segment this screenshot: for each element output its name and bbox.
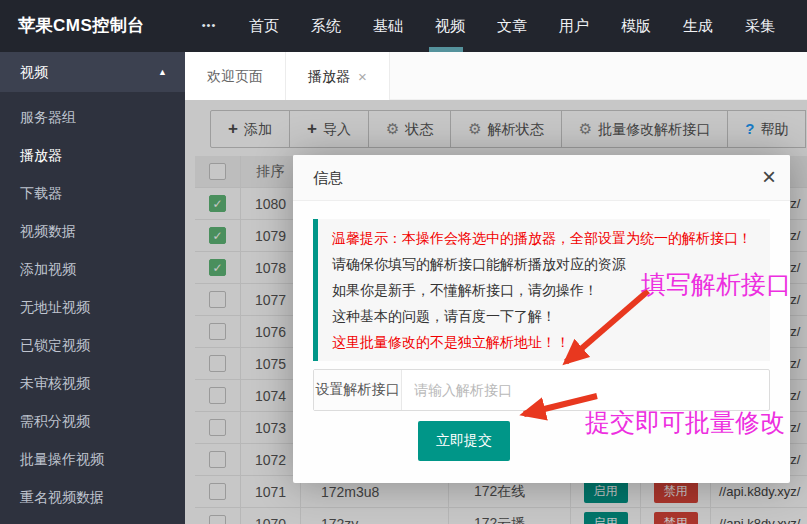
app-brand: 苹果CMS控制台 [0,0,185,52]
main-menu: 首页 系统 基础 视频 文章 用户 模版 生成 采集 [233,0,791,52]
warning-alert: 温馨提示：本操作会将选中的播放器，全部设置为统一的解析接口！ 请确保你填写的解析… [313,219,770,361]
nav-item-system[interactable]: 系统 [295,0,357,52]
parse-api-form-row: 设置解析接口 [313,369,770,411]
alert-line: 这种基本的问题，请百度一下了解！ [332,303,756,329]
modal-title: 信息 [293,155,790,201]
info-modal: 信息 × 温馨提示：本操作会将选中的播放器，全部设置为统一的解析接口！ 请确保你… [293,155,790,483]
sidebar-item-server-group[interactable]: 服务器组 [0,98,185,136]
sidebar-item-batch-video[interactable]: 批量操作视频 [0,440,185,478]
sidebar-item-points-video[interactable]: 需积分视频 [0,402,185,440]
alert-line: 这里批量修改的不是独立解析地址！！ [332,329,756,355]
sidebar-item-add-video[interactable]: 添加视频 [0,250,185,288]
sidebar-item-no-address-video[interactable]: 无地址视频 [0,288,185,326]
tab-bar: 欢迎页面 播放器 × [185,52,807,100]
nav-item-template[interactable]: 模版 [605,0,667,52]
close-icon[interactable]: × [762,163,776,192]
alert-line: 如果你是新手，不懂解析接口，请勿操作！ [332,277,756,303]
alert-line: 请确保你填写的解析接口能解析播放对应的资源 [332,251,756,277]
sidebar-item-downloader[interactable]: 下载器 [0,174,185,212]
nav-item-basic[interactable]: 基础 [357,0,419,52]
parse-api-label: 设置解析接口 [314,370,402,410]
top-navbar: 苹果CMS控制台 ••• 首页 系统 基础 视频 文章 用户 模版 生成 采集 [0,0,807,52]
nav-item-collect[interactable]: 采集 [729,0,791,52]
submit-button[interactable]: 立即提交 [418,421,510,461]
alert-line: 温馨提示：本操作会将选中的播放器，全部设置为统一的解析接口！ [332,225,756,251]
sidebar-item-video-data[interactable]: 视频数据 [0,212,185,250]
sidebar-section-title: 视频 [20,64,48,80]
sidebar-item-player[interactable]: 播放器 [0,136,185,174]
nav-item-video[interactable]: 视频 [419,0,481,52]
nav-item-home[interactable]: 首页 [233,0,295,52]
nav-item-article[interactable]: 文章 [481,0,543,52]
tab-welcome[interactable]: 欢迎页面 [185,52,286,100]
sidebar-item-unreviewed-video[interactable]: 未审核视频 [0,364,185,402]
sidebar-section-video[interactable]: 视频 ▲ [0,52,185,92]
parse-api-input[interactable] [402,370,769,410]
menu-dots-icon[interactable]: ••• [185,0,233,52]
tab-player[interactable]: 播放器 × [286,52,390,100]
modal-header: 信息 × [293,155,790,201]
sidebar-item-locked-video[interactable]: 已锁定视频 [0,326,185,364]
collapse-caret-icon: ▲ [158,52,167,92]
nav-item-user[interactable]: 用户 [543,0,605,52]
nav-item-generate[interactable]: 生成 [667,0,729,52]
sidebar-item-duplicate-video[interactable]: 重名视频数据 [0,478,185,516]
sidebar: 视频 ▲ 服务器组 播放器 下载器 视频数据 添加视频 无地址视频 已锁定视频 … [0,52,185,524]
tab-close-icon[interactable]: × [358,69,367,84]
tab-player-label: 播放器 [308,52,350,100]
tab-welcome-label: 欢迎页面 [207,52,263,100]
modal-body: 温馨提示：本操作会将选中的播放器，全部设置为统一的解析接口！ 请确保你填写的解析… [293,201,790,479]
